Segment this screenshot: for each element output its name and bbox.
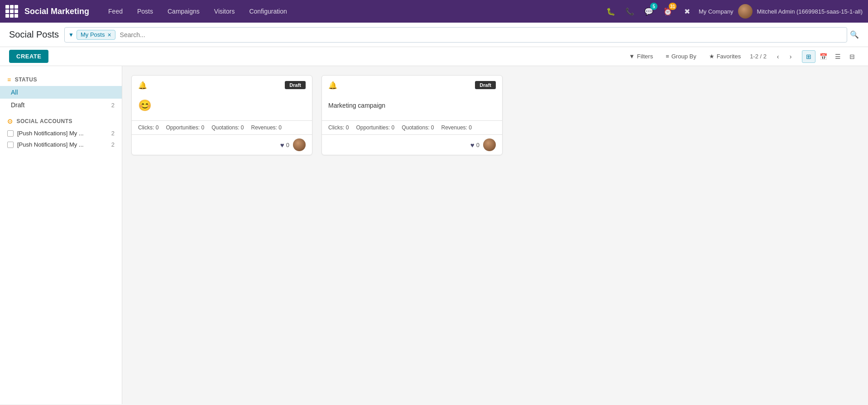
- create-button[interactable]: CREATE: [9, 50, 48, 63]
- kanban-view-btn[interactable]: ⊞: [802, 50, 815, 63]
- card-opportunities-1: Opportunities: 0: [166, 124, 204, 131]
- view-buttons: ⊞ 📅 ☰ ⊟: [802, 50, 859, 63]
- activity-badge: 31: [669, 3, 676, 10]
- filters-button[interactable]: ▼ Filters: [625, 51, 657, 62]
- card-revenues-1: Revenues: 0: [251, 124, 282, 131]
- filter-tag-close-btn[interactable]: ×: [107, 31, 111, 38]
- user-avatar[interactable]: [738, 4, 753, 19]
- groupby-button[interactable]: ≡ Group By: [662, 51, 700, 62]
- sidebar-item-draft[interactable]: Draft 2: [0, 99, 122, 111]
- pagination-info: 1-2 / 2: [750, 53, 767, 60]
- search-bar: ▼ My Posts × 🔍: [64, 27, 859, 43]
- heart-icon-1: ♥: [280, 141, 284, 149]
- main-layout: ≡ STATUS All Draft 2 ⊙ SOCIAL ACCOUNTS […: [0, 66, 868, 404]
- card-emoji-1: 😊: [138, 99, 152, 112]
- card-quotations-1: Quotations: 0: [211, 124, 244, 131]
- bell-icon-1: 🔔: [138, 81, 147, 90]
- activity-icon-btn[interactable]: ⏰ 31: [661, 4, 675, 19]
- search-input[interactable]: [118, 29, 843, 40]
- status-section-header: ≡ STATUS: [0, 73, 122, 86]
- card-likes-1: ♥ 0: [280, 141, 289, 149]
- card-avatar-2[interactable]: [483, 138, 496, 151]
- accounts-section-header: ⊙ SOCIAL ACCOUNTS: [0, 111, 122, 128]
- bell-icon-2: 🔔: [328, 81, 337, 90]
- pagination-arrows: ‹ ›: [772, 51, 796, 62]
- account-checkbox-1[interactable]: [7, 130, 14, 137]
- card-revenues-2: Revenues: 0: [441, 124, 472, 131]
- account-checkbox-2[interactable]: [7, 142, 14, 148]
- card-footer-1: ♥ 0: [132, 134, 312, 155]
- bug-icon-btn[interactable]: 🐛: [604, 4, 618, 19]
- nav-configuration[interactable]: Configuration: [243, 5, 293, 18]
- groupby-icon: ≡: [666, 53, 669, 60]
- settings-icon-btn[interactable]: ✖: [680, 4, 694, 19]
- card-header-1: 🔔 Draft: [132, 76, 312, 93]
- chat-badge: 5: [650, 3, 657, 10]
- company-name[interactable]: My Company: [699, 8, 734, 15]
- share-icon: ⊙: [7, 118, 13, 125]
- status-section-icon: ≡: [7, 76, 11, 83]
- prev-page-btn[interactable]: ‹: [772, 51, 784, 62]
- my-posts-filter-tag[interactable]: My Posts ×: [77, 30, 115, 40]
- card-text-2: Marketing campaign: [328, 102, 385, 109]
- nav-campaigns[interactable]: Campaigns: [161, 5, 206, 18]
- card-opportunities-2: Opportunities: 0: [356, 124, 394, 131]
- card-likes-2: ♥ 0: [470, 141, 480, 149]
- calendar-view-btn[interactable]: 📅: [816, 50, 830, 63]
- phone-icon-btn[interactable]: 📞: [623, 4, 637, 19]
- sidebar-account-item-2[interactable]: [Push Notifications] My ... 2: [0, 139, 122, 150]
- card-header-2: 🔔 Draft: [322, 76, 502, 93]
- card-clicks-1: Clicks: 0: [138, 124, 158, 131]
- card-body-2: Marketing campaign: [322, 93, 502, 120]
- sidebar-item-all[interactable]: All: [0, 86, 122, 99]
- card-avatar-1[interactable]: [293, 138, 306, 151]
- apps-grid-icon[interactable]: [5, 5, 18, 18]
- kanban-area: 🔔 Draft 😊 Clicks: 0 Opportunities: 0 Quo…: [122, 66, 868, 404]
- filter-funnel-icon: ▼: [68, 32, 74, 38]
- heart-icon-2: ♥: [470, 141, 475, 149]
- card-quotations-2: Quotations: 0: [402, 124, 434, 131]
- sidebar-account-item-1[interactable]: [Push Notifications] My ... 2: [0, 128, 122, 139]
- kanban-card-1[interactable]: 🔔 Draft 😊 Clicks: 0 Opportunities: 0 Quo…: [131, 75, 312, 155]
- card-body-1: 😊: [132, 93, 312, 120]
- nav-visitors[interactable]: Visitors: [208, 5, 241, 18]
- user-name[interactable]: Mitchell Admin (16699815-saas-15-1-all): [757, 8, 863, 15]
- sidebar: ≡ STATUS All Draft 2 ⊙ SOCIAL ACCOUNTS […: [0, 66, 122, 404]
- page-title: Social Posts: [9, 29, 59, 40]
- nav-menu: Feed Posts Campaigns Visitors Configurat…: [102, 5, 600, 18]
- table-view-btn[interactable]: ⊟: [845, 50, 859, 63]
- card-stats-2: Clicks: 0 Opportunities: 0 Quotations: 0…: [322, 120, 502, 134]
- kanban-card-2[interactable]: 🔔 Draft Marketing campaign Clicks: 0 Opp…: [321, 75, 503, 155]
- subheader: Social Posts ▼ My Posts × 🔍: [0, 23, 868, 47]
- search-icon[interactable]: 🔍: [850, 30, 859, 39]
- nav-feed[interactable]: Feed: [102, 5, 129, 18]
- top-navigation: Social Marketing Feed Posts Campaigns Vi…: [0, 0, 868, 23]
- list-view-btn[interactable]: ☰: [831, 50, 844, 63]
- star-icon: ★: [709, 53, 715, 60]
- nav-posts[interactable]: Posts: [131, 5, 159, 18]
- app-brand: Social Marketing: [24, 7, 89, 16]
- card-stats-1: Clicks: 0 Opportunities: 0 Quotations: 0…: [132, 120, 312, 134]
- favorites-button[interactable]: ★ Favorites: [705, 51, 744, 62]
- next-page-btn[interactable]: ›: [785, 51, 796, 62]
- chat-icon-btn[interactable]: 💬 5: [642, 4, 656, 19]
- filter-tag-label: My Posts: [81, 31, 105, 38]
- filter-icon: ▼: [629, 53, 635, 60]
- card-status-badge-2: Draft: [475, 81, 496, 89]
- toolbar: CREATE ▼ Filters ≡ Group By ★ Favorites …: [0, 47, 868, 66]
- card-status-badge-1: Draft: [285, 81, 306, 89]
- card-footer-2: ♥ 0: [322, 134, 502, 155]
- toolbar-controls: ▼ Filters ≡ Group By ★ Favorites 1-2 / 2…: [625, 50, 859, 63]
- topnav-right: 🐛 📞 💬 5 ⏰ 31 ✖ My Company Mitchell Admin…: [604, 4, 863, 19]
- card-clicks-2: Clicks: 0: [328, 124, 349, 131]
